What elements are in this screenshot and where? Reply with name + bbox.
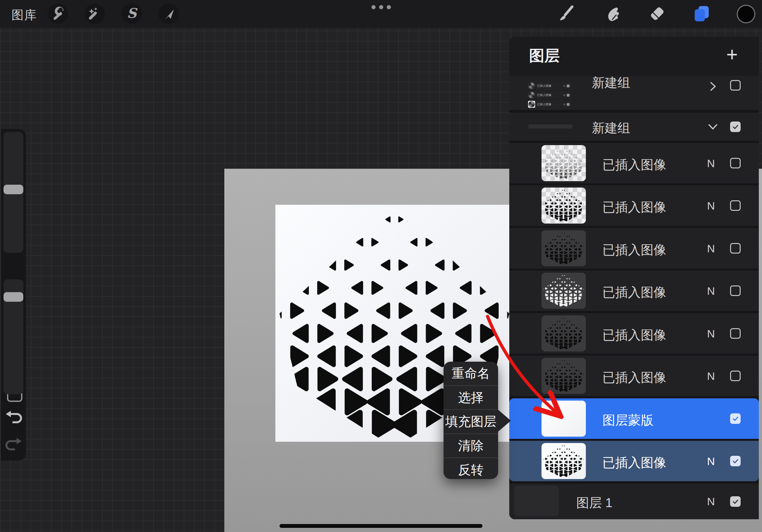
layer-visibility-checkbox[interactable]	[730, 286, 741, 296]
brush-opacity-handle[interactable]	[4, 292, 23, 302]
layer-name-label[interactable]: 新建组	[592, 119, 630, 137]
layer-row-已插入图像-7[interactable]: 已插入图像N	[509, 356, 759, 396]
blend-mode-letter[interactable]: N	[701, 285, 721, 297]
color-button[interactable]	[736, 4, 756, 24]
layer-name-label[interactable]: 已插入图像	[602, 369, 666, 386]
context-menu-item-填充图层[interactable]: 填充图层	[443, 410, 498, 434]
layer-row-已插入图像-3[interactable]: 已插入图像N	[509, 185, 759, 226]
layer-name-label[interactable]: 已插入图像	[602, 326, 666, 344]
layer-thumbnail[interactable]	[542, 145, 586, 181]
layer-thumbnail[interactable]	[514, 486, 559, 516]
layer-visibility-checkbox[interactable]	[730, 200, 741, 211]
actions-button[interactable]	[47, 4, 68, 24]
layer-visibility-checkbox[interactable]	[730, 243, 741, 253]
layer-visibility-checkbox[interactable]	[730, 158, 741, 168]
selection-button[interactable]	[159, 4, 179, 24]
brush-button[interactable]	[556, 4, 576, 24]
active-color-swatch	[737, 5, 755, 23]
layer-row-新建组-1[interactable]: 新建组	[509, 112, 759, 141]
eraser-icon	[649, 5, 665, 23]
mini-swirl-thumbnail	[528, 101, 535, 108]
redo-icon	[5, 436, 22, 451]
procreate-app: 图库 S	[0, 0, 762, 532]
layer-list: 已插入图像N已插入图像N已插入图像N新建组新建组已插入图像N已插入图像N已插入图…	[509, 76, 759, 519]
mini-checkbox	[567, 94, 570, 97]
redo-button[interactable]	[5, 436, 22, 451]
undo-icon	[5, 410, 22, 424]
mini-layer-label: 已插入图像	[537, 84, 563, 88]
layer-thumbnail[interactable]	[542, 443, 586, 479]
home-indicator[interactable]	[279, 524, 483, 528]
layer-visibility-checkbox[interactable]	[730, 456, 741, 466]
layer-row-图层蒙版-8[interactable]: 图层蒙版	[509, 398, 759, 439]
undo-button[interactable]	[5, 410, 22, 424]
layer-name-label[interactable]: 图层 1	[576, 494, 612, 511]
checkmark-icon	[732, 458, 739, 465]
layer-visibility-checkbox[interactable]	[730, 328, 741, 339]
layer-name-label[interactable]: 已插入图像	[602, 241, 666, 259]
layer-row-图层 1-10[interactable]: 图层 1N	[509, 484, 759, 519]
add-layer-button[interactable]: +	[722, 45, 742, 65]
layer-name-label[interactable]: 已插入图像	[602, 454, 666, 471]
layer-row-已插入图像-5[interactable]: 已插入图像N	[509, 270, 759, 311]
checkmark-icon	[732, 498, 739, 505]
context-menu-item-重命名[interactable]: 重命名	[443, 362, 498, 386]
mini-layer-label: 已插入图像	[537, 102, 563, 106]
layer-thumbnail[interactable]	[542, 358, 586, 394]
layers-button[interactable]	[692, 4, 711, 24]
group-preview-thumbnail: 已插入图像N已插入图像N已插入图像N	[527, 81, 571, 108]
layer-visibility-checkbox[interactable]	[730, 121, 741, 132]
chevron-right-icon[interactable]	[707, 80, 719, 93]
chevron-down-icon[interactable]	[707, 120, 719, 133]
window-options-button[interactable]	[371, 5, 391, 9]
layer-name-label[interactable]: 已插入图像	[602, 284, 666, 301]
layer-thumbnail[interactable]	[542, 230, 586, 266]
layer-row-新建组-0[interactable]: 已插入图像N已插入图像N已插入图像N新建组	[509, 76, 759, 110]
adjustments-button[interactable]: S	[121, 4, 142, 24]
layer-thumbnail[interactable]	[542, 187, 586, 224]
smudge-button[interactable]	[603, 4, 623, 24]
layer-visibility-checkbox[interactable]	[730, 80, 741, 91]
layer-name-label[interactable]: 新建组	[592, 76, 630, 92]
layer-name-label[interactable]: 已插入图像	[602, 198, 666, 216]
mini-checkbox	[567, 103, 570, 106]
checkmark-icon	[732, 123, 739, 130]
context-menu-item-清除[interactable]: 清除	[443, 434, 498, 458]
layer-row-已插入图像-2[interactable]: 已插入图像N	[509, 143, 759, 183]
blend-mode-letter[interactable]: N	[701, 242, 721, 255]
smudge-finger-icon	[605, 5, 621, 23]
blend-mode-letter[interactable]: N	[701, 200, 721, 212]
layer-name-label[interactable]: 已插入图像	[602, 156, 666, 173]
layer-thumbnail[interactable]	[542, 315, 586, 352]
adjustments-wand-button[interactable]	[85, 4, 105, 24]
layer-visibility-checkbox[interactable]	[730, 370, 741, 381]
layer-row-已插入图像-6[interactable]: 已插入图像N	[509, 313, 759, 354]
brush-size-handle[interactable]	[4, 185, 23, 194]
checkmark-icon	[732, 415, 739, 422]
mini-swirl-thumbnail	[528, 92, 535, 99]
layer-row-已插入图像-9[interactable]: 已插入图像N	[509, 441, 759, 481]
mini-swirl-thumbnail	[528, 82, 535, 89]
mini-blend-letter: N	[563, 85, 565, 87]
adjustments-s-icon: S	[127, 5, 137, 21]
layers-panel-title: 图层	[529, 46, 560, 66]
blend-mode-letter[interactable]: N	[701, 495, 721, 508]
gallery-button[interactable]: 图库	[12, 7, 37, 23]
wrench-icon	[51, 7, 65, 21]
layer-thumbnail[interactable]	[542, 401, 586, 436]
layer-name-label[interactable]: 图层蒙版	[602, 412, 653, 429]
layer-context-menu: 重命名选择填充图层清除反转	[443, 362, 498, 479]
blend-mode-letter[interactable]: N	[701, 370, 721, 382]
layer-visibility-checkbox[interactable]	[730, 413, 741, 424]
layer-thumbnail[interactable]	[542, 273, 586, 309]
context-menu-item-反转[interactable]: 反转	[443, 458, 498, 482]
blend-mode-letter[interactable]: N	[701, 157, 721, 170]
layer-visibility-checkbox[interactable]	[730, 496, 741, 507]
group-preview-row: 已插入图像N	[527, 100, 571, 108]
blend-mode-letter[interactable]: N	[701, 455, 721, 468]
eraser-button[interactable]	[647, 4, 667, 24]
layer-row-已插入图像-4[interactable]: 已插入图像N	[509, 228, 759, 269]
selection-arrow-icon	[162, 7, 176, 21]
context-menu-item-选择[interactable]: 选择	[443, 386, 498, 410]
blend-mode-letter[interactable]: N	[701, 328, 721, 340]
